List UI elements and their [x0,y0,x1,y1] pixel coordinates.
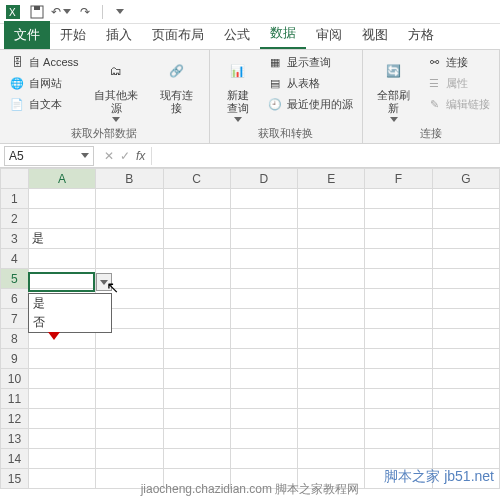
from-access-button[interactable]: 🗄自 Access [6,53,82,71]
cell-E5[interactable] [298,269,365,289]
row-header-3[interactable]: 3 [1,229,29,249]
row-header-7[interactable]: 7 [1,309,29,329]
cell-A4[interactable] [28,249,95,269]
show-queries-button[interactable]: ▦显示查询 [264,53,356,71]
redo-icon[interactable]: ↷ [78,5,92,19]
cell-A5[interactable] [28,269,95,289]
tab-layout[interactable]: 页面布局 [142,21,214,49]
existing-conn-button[interactable]: 🔗现有连接 [151,53,202,117]
cell-B11[interactable] [96,389,163,409]
cell-E2[interactable] [298,209,365,229]
row-header-6[interactable]: 6 [1,289,29,309]
qat-customize-icon[interactable] [113,5,127,19]
col-header-F[interactable]: F [365,169,432,189]
cell-C9[interactable] [163,349,230,369]
cell-E11[interactable] [298,389,365,409]
refresh-all-button[interactable]: 🔄全部刷新 [369,53,419,124]
tab-formulas[interactable]: 公式 [214,21,260,49]
recent-sources-button[interactable]: 🕘最近使用的源 [264,95,356,113]
tab-view[interactable]: 视图 [352,21,398,49]
cell-C12[interactable] [163,409,230,429]
cell-G5[interactable] [432,269,499,289]
cell-A13[interactable] [28,429,95,449]
row-header-2[interactable]: 2 [1,209,29,229]
cell-B1[interactable] [96,189,163,209]
cell-B3[interactable] [96,229,163,249]
cell-G8[interactable] [432,329,499,349]
cell-D14[interactable] [230,449,297,469]
connections-button[interactable]: ⚯连接 [423,53,493,71]
cell-F6[interactable] [365,289,432,309]
cell-G2[interactable] [432,209,499,229]
cell-F4[interactable] [365,249,432,269]
properties-button[interactable]: ☰属性 [423,74,493,92]
from-text-button[interactable]: 📄自文本 [6,95,82,113]
cell-A2[interactable] [28,209,95,229]
cell-F7[interactable] [365,309,432,329]
cell-C13[interactable] [163,429,230,449]
cell-E13[interactable] [298,429,365,449]
row-header-5[interactable]: 5 [1,269,29,289]
cell-C7[interactable] [163,309,230,329]
cell-C14[interactable] [163,449,230,469]
tab-grid[interactable]: 方格 [398,21,444,49]
cell-G12[interactable] [432,409,499,429]
tab-data[interactable]: 数据 [260,19,306,49]
undo-icon[interactable]: ↶ [54,5,68,19]
cell-G13[interactable] [432,429,499,449]
cell-E14[interactable] [298,449,365,469]
cell-B14[interactable] [96,449,163,469]
cell-D6[interactable] [230,289,297,309]
row-header-13[interactable]: 13 [1,429,29,449]
select-all[interactable] [1,169,29,189]
cell-C2[interactable] [163,209,230,229]
cell-D9[interactable] [230,349,297,369]
formula-bar[interactable] [151,147,158,165]
cell-C6[interactable] [163,289,230,309]
cell-F14[interactable] [365,449,432,469]
col-header-E[interactable]: E [298,169,365,189]
cell-D2[interactable] [230,209,297,229]
col-header-C[interactable]: C [163,169,230,189]
row-header-10[interactable]: 10 [1,369,29,389]
cell-B10[interactable] [96,369,163,389]
cell-D8[interactable] [230,329,297,349]
cell-A3[interactable]: 是 [28,229,95,249]
cell-G10[interactable] [432,369,499,389]
cancel-icon[interactable]: ✕ [104,149,114,163]
tab-home[interactable]: 开始 [50,21,96,49]
cell-F11[interactable] [365,389,432,409]
cell-C5[interactable] [163,269,230,289]
cell-D1[interactable] [230,189,297,209]
tab-insert[interactable]: 插入 [96,21,142,49]
col-header-A[interactable]: A [28,169,95,189]
cell-E3[interactable] [298,229,365,249]
cell-G6[interactable] [432,289,499,309]
cell-A9[interactable] [28,349,95,369]
cell-E4[interactable] [298,249,365,269]
cell-D7[interactable] [230,309,297,329]
cell-D5[interactable] [230,269,297,289]
row-header-4[interactable]: 4 [1,249,29,269]
cell-B4[interactable] [96,249,163,269]
cell-D13[interactable] [230,429,297,449]
cell-G11[interactable] [432,389,499,409]
from-other-button[interactable]: 🗂自其他来源 [86,53,148,124]
cell-E10[interactable] [298,369,365,389]
cell-C10[interactable] [163,369,230,389]
cell-C8[interactable] [163,329,230,349]
dropdown-option[interactable]: 是 [29,294,111,313]
col-header-D[interactable]: D [230,169,297,189]
cell-F1[interactable] [365,189,432,209]
cell-F3[interactable] [365,229,432,249]
row-header-8[interactable]: 8 [1,329,29,349]
cell-E12[interactable] [298,409,365,429]
row-header-11[interactable]: 11 [1,389,29,409]
cell-F9[interactable] [365,349,432,369]
cell-G14[interactable] [432,449,499,469]
cell-D12[interactable] [230,409,297,429]
cell-A11[interactable] [28,389,95,409]
cell-A10[interactable] [28,369,95,389]
row-header-12[interactable]: 12 [1,409,29,429]
tab-review[interactable]: 审阅 [306,21,352,49]
